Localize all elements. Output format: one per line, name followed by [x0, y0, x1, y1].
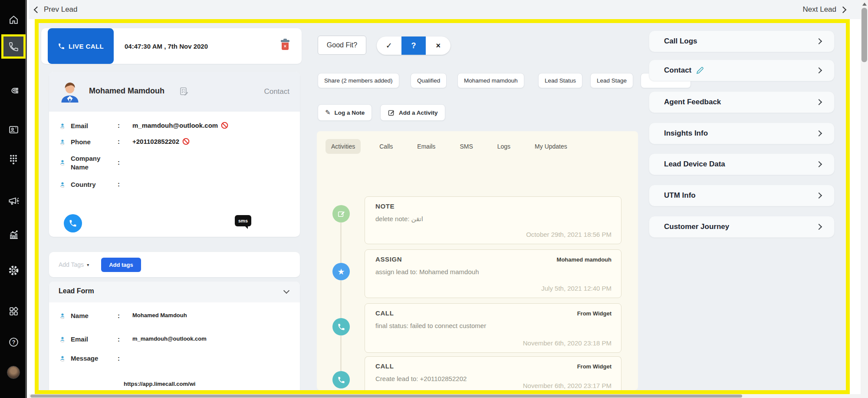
- activity-tabs: Activities Calls Emails SMS Logs My Upda…: [326, 139, 573, 154]
- lead-status-button[interactable]: Lead Status: [538, 73, 582, 88]
- panel-utm-info[interactable]: UTM Info: [649, 185, 835, 206]
- profile-avatar[interactable]: [0, 363, 27, 382]
- settings-icon[interactable]: [0, 261, 27, 280]
- owner-button[interactable]: Mohamed mamdouh: [457, 73, 524, 88]
- scrollbar-thumb[interactable]: [30, 395, 742, 398]
- note-edit-icon: [388, 109, 395, 116]
- qualified-button[interactable]: Qualified: [411, 73, 447, 88]
- share-button[interactable]: Share (2 members added): [318, 73, 399, 88]
- tab-my-updates[interactable]: My Updates: [529, 139, 573, 154]
- chevron-right-icon: [816, 130, 822, 136]
- tab-emails[interactable]: Emails: [411, 139, 441, 154]
- contacts-icon[interactable]: [0, 120, 27, 139]
- entry-source: From Widget: [577, 363, 612, 370]
- phone-icon[interactable]: [1, 34, 26, 59]
- entry-text: Create lead to: +201102852202: [375, 375, 467, 382]
- lead-form-title: Lead Form: [59, 287, 94, 295]
- panel-lead-device-data[interactable]: Lead Device Data: [649, 153, 835, 175]
- fit-no-button[interactable]: ×: [426, 36, 450, 55]
- scroll-up-arrow-icon[interactable]: [862, 3, 867, 6]
- scrollbar-thumb[interactable]: [861, 8, 867, 62]
- tab-sms[interactable]: SMS: [454, 139, 478, 154]
- lead-form-header[interactable]: Lead Form: [49, 282, 300, 302]
- note-edit-icon: [332, 205, 350, 222]
- fit-maybe-button[interactable]: ?: [401, 36, 426, 55]
- blocked-icon: [182, 138, 190, 145]
- add-tags-dropdown[interactable]: Add Tags ▾: [59, 261, 89, 268]
- next-lead-label: Next Lead: [803, 5, 837, 14]
- vertical-scrollbar[interactable]: [861, 0, 868, 398]
- tab-activities[interactable]: Activities: [326, 139, 361, 154]
- log-note-button[interactable]: ✎ Log a Note: [318, 104, 372, 121]
- checklist-edit-icon[interactable]: [179, 86, 189, 96]
- activity-entry-call[interactable]: CALL From Widget final status: failed to…: [365, 303, 621, 353]
- phone-value: +201102852202: [132, 138, 179, 145]
- panel-agent-feedback[interactable]: Agent Feedback: [649, 91, 835, 113]
- call-contact-button[interactable]: [64, 214, 82, 232]
- contact-name: Mohamed Mamdouh: [89, 86, 164, 96]
- analytics-icon[interactable]: [0, 225, 27, 244]
- star-icon: ★: [332, 263, 350, 280]
- magnet-icon[interactable]: [0, 81, 27, 100]
- email-value: m_mamdouh@outlook.com: [132, 335, 207, 343]
- entry-timestamp: October 29th, 2021 18:56 PM: [526, 231, 612, 238]
- chevron-right-icon: [816, 99, 822, 105]
- person-pin-icon: [59, 138, 66, 146]
- call-timestamp: 04:47:30 AM , 7th Nov 2020: [125, 28, 208, 64]
- tab-logs[interactable]: Logs: [492, 139, 516, 154]
- email-value: m_mamdouh@outlook.com: [132, 122, 218, 129]
- person-pin-icon: [59, 312, 66, 320]
- activity-entry-note[interactable]: NOTE delete note: اتقن October 29th, 202…: [365, 196, 621, 244]
- chevron-right-icon: [816, 224, 822, 230]
- person-pin-icon: [59, 122, 66, 130]
- contact-card-header: Mohamed Mamdouh Contact: [49, 72, 300, 112]
- activity-entry-call[interactable]: CALL From Widget Create lead to: +201102…: [365, 356, 621, 390]
- tab-calls[interactable]: Calls: [374, 139, 398, 154]
- app-sidebar: ?: [0, 0, 27, 398]
- person-pin-icon: [59, 355, 66, 362]
- next-lead-button[interactable]: Next Lead: [803, 0, 846, 19]
- live-call-card: LIVE CALL 04:47:30 AM , 7th Nov 2020 ×: [41, 28, 302, 64]
- sms-bubble-icon[interactable]: sms: [235, 215, 251, 226]
- chevron-right-icon: [840, 6, 847, 13]
- prev-lead-button[interactable]: Prev Lead: [35, 0, 78, 19]
- timeline-line: [340, 214, 342, 383]
- call-icon: [332, 371, 350, 388]
- apps-icon[interactable]: [0, 302, 27, 321]
- add-tags-button[interactable]: Add tags: [101, 258, 141, 272]
- help-icon[interactable]: ?: [0, 332, 27, 352]
- entry-type: CALL: [375, 362, 394, 370]
- activity-entry-assign[interactable]: ASSIGN Mohamed mamdouh assign lead to: M…: [365, 249, 621, 298]
- good-fit-button[interactable]: Good Fit?: [318, 36, 366, 55]
- phone-icon: [58, 43, 65, 50]
- fit-yes-button[interactable]: ✓: [377, 36, 401, 55]
- panel-customer-journey[interactable]: Customer Journey: [649, 216, 835, 238]
- horizontal-scrollbar[interactable]: [29, 394, 861, 398]
- field-label: Name: [71, 312, 118, 320]
- person-pin-icon: [59, 181, 66, 189]
- dialpad-icon[interactable]: [0, 150, 27, 169]
- chevron-right-icon: [816, 161, 822, 167]
- panel-call-logs[interactable]: Call Logs: [649, 30, 835, 52]
- prev-lead-label: Prev Lead: [44, 5, 78, 14]
- chevron-right-icon: [816, 38, 822, 44]
- lead-form-row: Email : m_mamdouh@outlook.com: [49, 335, 300, 343]
- entry-text: delete note: اتقن: [375, 215, 423, 223]
- live-call-badge-label: LIVE CALL: [69, 43, 104, 50]
- add-activity-button[interactable]: Add a Activity: [380, 104, 445, 121]
- panel-contact[interactable]: Contact: [649, 60, 835, 81]
- delete-call-button[interactable]: ×: [281, 40, 289, 52]
- entry-text: final status: failed to connect customer: [375, 322, 486, 329]
- blocked-icon: [221, 122, 228, 129]
- lead-stage-button[interactable]: Lead Stage: [590, 73, 633, 88]
- lead-detail-page: Prev Lead Next Lead LIVE CALL 04:47:30 A…: [0, 0, 868, 398]
- entity-type-label: Contact: [264, 87, 289, 96]
- megaphone-icon[interactable]: [0, 191, 27, 210]
- caret-down-icon: ▾: [87, 262, 89, 267]
- entry-type: NOTE: [375, 202, 395, 210]
- call-icon: [332, 318, 350, 335]
- field-label: Company Name: [71, 154, 118, 172]
- home-icon[interactable]: [0, 10, 27, 29]
- panel-insights-info[interactable]: Insights Info: [649, 123, 835, 144]
- contact-field-row: Email : m_mamdouh@outlook.com: [49, 122, 300, 130]
